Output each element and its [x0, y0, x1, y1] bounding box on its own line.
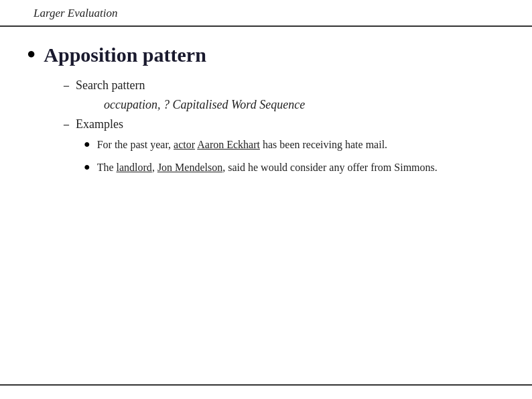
search-pattern-italic: occupation, ? Capitalised Word Sequence [104, 98, 512, 112]
main-bullet-text: Apposition pattern [44, 44, 206, 66]
example-text-1: For the past year, actor Aaron Eckhart h… [97, 137, 387, 153]
link-jon-mendelson: Jon Mendelson [157, 162, 222, 173]
slide-content: ● Apposition pattern – Search pattern oc… [27, 44, 512, 182]
bottom-rule [0, 384, 532, 386]
example-bullet-1: ● [84, 138, 90, 150]
top-rule [0, 25, 532, 27]
main-bullet-apposition: ● Apposition pattern [27, 44, 512, 66]
slide-title: Larger Evaluation [34, 7, 117, 20]
dash-2: – [64, 119, 69, 131]
bullet-examples: ● For the past year, actor Aaron Eckhart… [84, 137, 512, 176]
link-actor: actor [174, 139, 195, 150]
main-bullet-dot: ● [27, 46, 36, 61]
sub-items: – Search pattern occupation, ? Capitalis… [64, 78, 512, 176]
dash-1: – [64, 80, 69, 92]
link-landlord: landlord [117, 162, 152, 173]
example-bullet-2: ● [84, 161, 90, 173]
example-item-1: ● For the past year, actor Aaron Eckhart… [84, 137, 512, 153]
example-text-2: The landlord, Jon Mendelson, said he wou… [97, 160, 438, 176]
examples-label: Examples [76, 117, 123, 131]
link-aaron-eckhart: Aaron Eckhart [197, 139, 260, 150]
search-pattern-label: Search pattern [76, 78, 145, 93]
sub-item-examples: – Examples [64, 117, 512, 131]
sub-item-search: – Search pattern [64, 78, 512, 93]
example-item-2: ● The landlord, Jon Mendelson, said he w… [84, 160, 512, 176]
